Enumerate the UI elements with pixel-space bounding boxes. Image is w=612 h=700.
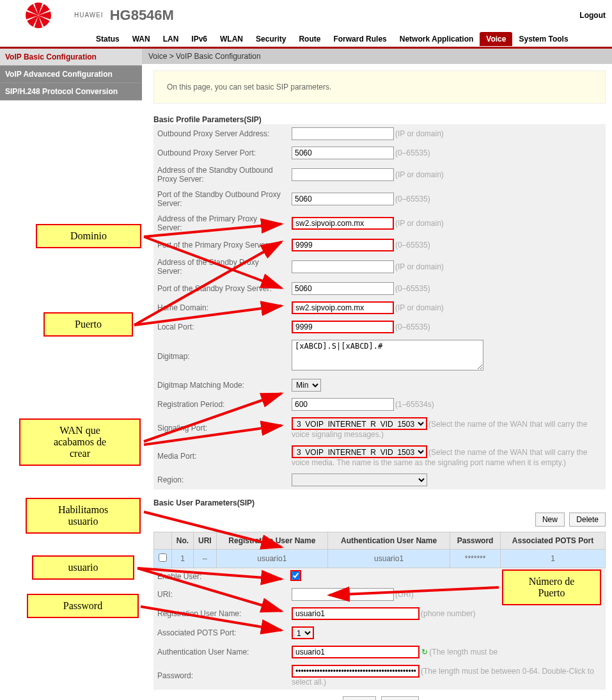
col-no: No.	[172, 532, 194, 550]
cancel-button[interactable]: Cancel	[381, 696, 419, 700]
helper-port: (0–65535)	[395, 322, 430, 331]
label-primary-addr: Address of the Primary Proxy Server:	[153, 211, 288, 235]
cell-pots: 1	[501, 550, 606, 568]
refresh-icon[interactable]: ↻	[421, 648, 428, 656]
nav-status[interactable]: Status	[90, 32, 126, 46]
nav-ipv6[interactable]: IPv6	[185, 32, 214, 46]
huawei-logo	[6, 2, 70, 29]
main-nav: Status WAN LAN IPv6 WLAN Security Route …	[0, 31, 612, 49]
helper-ip: (IP or domain)	[395, 303, 444, 312]
label-region: Region:	[153, 470, 288, 489]
input-standby-outbound-addr[interactable]	[292, 168, 394, 181]
input-reg-username[interactable]	[292, 607, 420, 620]
logout-link[interactable]: Logout	[579, 11, 606, 20]
helper-port: (0–65535)	[395, 241, 430, 250]
annot-numero-puerto: Número de Puerto	[502, 569, 601, 605]
input-digitmap[interactable]: [xABCD].S|[xABCD].#	[292, 340, 483, 370]
nav-wan[interactable]: WAN	[126, 32, 157, 46]
nav-system-tools[interactable]: System Tools	[512, 32, 574, 46]
label-outbound-addr: Outbound Proxy Server Address:	[153, 124, 288, 143]
checkbox-enable-user[interactable]	[292, 571, 300, 580]
helper-ip: (IP or domain)	[395, 170, 444, 179]
page-hint: On this page, you can set basic SIP para…	[153, 70, 606, 104]
label-reg-username: Registration User Name:	[153, 604, 288, 623]
label-outbound-port: Outbound Proxy Server Port:	[153, 143, 288, 163]
annot-habilitamos: Habilitamos usuario	[26, 498, 141, 534]
label-digitmap: Digitmap:	[153, 337, 288, 376]
label-standby-proxy-addr: Address of the Standby Proxy Server:	[153, 255, 288, 279]
helper-phone: (phone number)	[421, 609, 475, 618]
input-primary-addr[interactable]	[292, 217, 394, 230]
row-checkbox[interactable]	[159, 553, 167, 562]
nav-forward-rules[interactable]: Forward Rules	[327, 32, 393, 46]
col-pw: Password	[450, 532, 501, 550]
label-assoc-pots: Associated POTS Port:	[153, 623, 288, 642]
input-auth-username[interactable]	[292, 646, 420, 658]
label-media-port: Media Port:	[153, 442, 288, 470]
cell-pw: *******	[450, 550, 501, 568]
nav-security[interactable]: Security	[249, 32, 292, 46]
label-password: Password:	[153, 662, 288, 690]
user-table: No. URI Registration User Name Authentic…	[153, 532, 606, 568]
apply-button[interactable]: Apply	[343, 696, 376, 700]
annot-wan: WAN que acabamos de crear	[19, 418, 141, 466]
label-uri: URI:	[153, 585, 288, 604]
breadcrumb: Voice > VoIP Basic Configuration	[142, 49, 612, 64]
sidebar-voip-basic[interactable]: VoIP Basic Configuration	[0, 49, 142, 66]
label-digitmap-mode: Digitmap Matching Mode:	[153, 376, 288, 395]
nav-route[interactable]: Route	[292, 32, 327, 46]
input-uri[interactable]	[292, 588, 394, 601]
select-digitmap-mode[interactable]: Min	[292, 379, 321, 392]
annot-usuario: usuario	[32, 555, 134, 580]
label-standby-outbound-port: Port of the Standby Outbound Proxy Serve…	[153, 187, 288, 211]
input-primary-port[interactable]	[292, 239, 394, 251]
section-basic-profile: Basic Profile Parameters(SIP)	[153, 115, 606, 124]
sidebar-sip-h248[interactable]: SIP/H.248 Protocol Conversion	[0, 83, 142, 100]
annot-password: Password	[27, 594, 139, 618]
col-uri: URI	[194, 532, 217, 550]
helper-port: (0–65535)	[395, 148, 430, 157]
new-button[interactable]: New	[535, 513, 565, 527]
user-row-1[interactable]: 1 -- usuario1 usuario1 ******* 1	[154, 550, 606, 568]
col-reg: Registration User Name	[216, 532, 327, 550]
label-local-port: Local Port:	[153, 317, 288, 337]
select-signaling-port[interactable]: 3_VOIP_INTERNET_R_VID_1503	[292, 417, 427, 430]
select-assoc-pots[interactable]: 1	[292, 626, 314, 639]
section-basic-user: Basic User Parameters(SIP)	[153, 498, 606, 507]
nav-network-app[interactable]: Network Application	[393, 32, 480, 46]
select-media-port[interactable]: 3_VOIP_INTERNET_R_VID_1503	[292, 445, 427, 458]
input-reg-period[interactable]	[292, 398, 394, 411]
input-standby-outbound-port[interactable]	[292, 193, 394, 205]
helper-len: (The length must be	[429, 648, 498, 656]
delete-button[interactable]: Delete	[569, 513, 606, 527]
sidebar-voip-advanced[interactable]: VoIP Advanced Configuration	[0, 66, 142, 83]
model-title: HG8546M	[110, 7, 174, 24]
input-standby-proxy-addr[interactable]	[292, 260, 394, 273]
input-password[interactable]	[292, 665, 420, 678]
input-local-port[interactable]	[292, 321, 394, 333]
label-signaling-port: Signaling Port:	[153, 414, 288, 442]
label-enable-user: Enable User:	[153, 568, 288, 585]
nav-voice[interactable]: Voice	[480, 32, 512, 46]
col-pots: Associated POTS Port	[501, 532, 606, 550]
header: HUAWEI HG8546M Logout	[0, 0, 612, 31]
input-outbound-addr[interactable]	[292, 127, 394, 140]
helper-port: (0–65535)	[395, 284, 430, 293]
nav-lan[interactable]: LAN	[157, 32, 185, 46]
helper-ip: (IP or domain)	[395, 262, 444, 271]
helper-port: (0–65535)	[395, 195, 430, 203]
input-home-domain[interactable]	[292, 301, 394, 314]
nav-wlan[interactable]: WLAN	[214, 32, 249, 46]
cell-uri: --	[194, 550, 217, 568]
helper-ip: (IP or domain)	[395, 219, 444, 228]
input-standby-proxy-port[interactable]	[292, 282, 394, 295]
select-region[interactable]	[292, 473, 427, 486]
label-standby-outbound-addr: Address of the Standby Outbound Proxy Se…	[153, 163, 288, 187]
brand-text: HUAWEI	[74, 12, 104, 19]
annot-puerto: Puerto	[43, 312, 133, 337]
label-auth-username: Authentication User Name:	[153, 642, 288, 662]
label-primary-port: Port of the Primary Proxy Server:	[153, 235, 288, 255]
input-outbound-port[interactable]	[292, 147, 394, 159]
helper-ip: (IP or domain)	[395, 129, 444, 138]
label-reg-period: Registration Period:	[153, 395, 288, 414]
